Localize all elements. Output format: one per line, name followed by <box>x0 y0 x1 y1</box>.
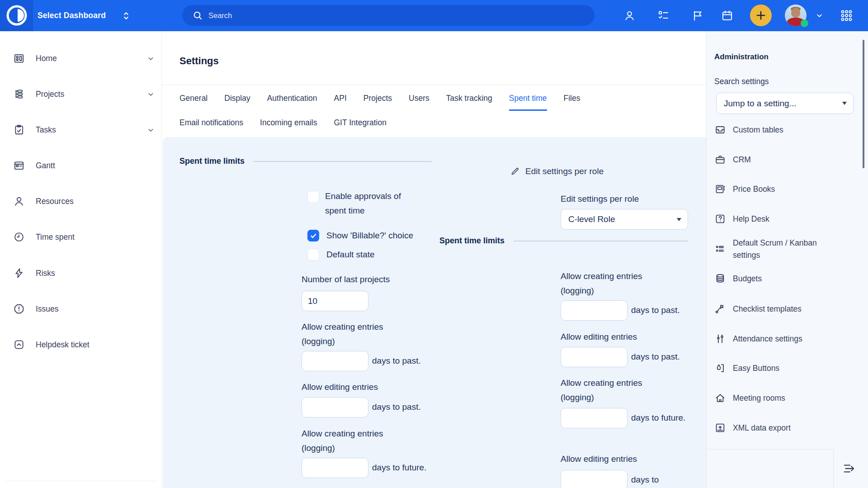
sidebar-item-resources[interactable]: Resources <box>0 190 162 212</box>
chevron-down-icon[interactable] <box>147 90 155 98</box>
jump-to-setting-select[interactable]: Jump to a setting... <box>716 93 854 114</box>
field-row: days to past. <box>561 346 689 367</box>
search-input[interactable] <box>208 11 570 20</box>
admin-item-checklist-templates[interactable]: Checklist templates <box>714 298 863 320</box>
admin-item-xml-data-export[interactable]: XML data export <box>714 417 863 439</box>
dashboard-selector-label: Select Dashboard <box>38 11 106 20</box>
section-rule <box>514 241 689 242</box>
admin-item-label: Attendance settings <box>733 333 802 345</box>
allow-creating-days-future-input[interactable] <box>302 458 368 478</box>
role-select[interactable]: C-level Role <box>561 209 688 230</box>
field-suffix: days to future. <box>631 413 685 422</box>
sidebar-item-helpdesk-ticket[interactable]: Helpdesk ticket <box>0 334 162 355</box>
tab-git-integration[interactable]: GIT Integration <box>334 118 387 134</box>
tab-incoming-emails[interactable]: Incoming emails <box>260 118 317 134</box>
field-row: days to <box>561 469 689 488</box>
admin-footer-divider <box>706 449 833 450</box>
field-label-allow-creating-entries: Allow creating entries (logging) <box>302 320 397 348</box>
admin-item-crm[interactable]: CRM <box>714 149 863 171</box>
create-new-button[interactable] <box>750 5 772 26</box>
section-heading-spent-time-limits: Spent time limits <box>179 156 432 166</box>
checkbox-default-state[interactable] <box>307 249 319 261</box>
number-of-last-projects-input[interactable] <box>302 291 368 311</box>
settings-tabs-row-2: Email notifications Incoming emails GIT … <box>179 118 387 134</box>
sidebar-item-gantt[interactable]: Gantt <box>0 155 162 176</box>
allow-creating-days-past-input[interactable] <box>302 351 368 371</box>
pencil-icon <box>510 166 520 176</box>
sidebar-item-tasks[interactable]: Tasks <box>0 119 162 141</box>
chevron-down-icon[interactable] <box>147 55 155 62</box>
field-label-allow-editing-entries: Allow editing entries <box>302 380 378 394</box>
admin-item-help-desk[interactable]: Help Desk <box>714 208 863 230</box>
caret-down-icon <box>842 102 847 105</box>
caret-down-icon <box>677 218 681 221</box>
checkbox-enable-approvals[interactable] <box>307 191 319 203</box>
tab-email-notifications[interactable]: Email notifications <box>179 118 243 134</box>
export-box-icon <box>714 422 726 434</box>
role-field-label-allow-creating-future: Allow creating entries (logging) <box>561 376 656 404</box>
box-chevron-up-icon <box>13 339 25 351</box>
sidebar-item-projects[interactable]: Projects <box>0 83 162 105</box>
edit-settings-per-role-link[interactable]: Edit settings per role <box>510 166 604 176</box>
sidebar-item-label: Projects <box>36 90 64 99</box>
dashboard-selector[interactable]: Select Dashboard <box>38 0 132 31</box>
admin-item-label: Easy Buttons <box>733 362 779 374</box>
plus-icon <box>755 9 767 22</box>
profile-menu-button[interactable] <box>814 0 825 31</box>
user-profile-button[interactable] <box>623 0 636 31</box>
global-search[interactable] <box>182 5 594 26</box>
checkbox-show-billable[interactable] <box>307 230 319 242</box>
admin-item-attendance-settings[interactable]: Attendance settings <box>714 328 863 350</box>
drop-bracket-icon <box>714 362 726 374</box>
sidebar-item-issues[interactable]: Issues <box>0 298 162 320</box>
apps-grid-button[interactable] <box>840 0 853 31</box>
admin-item-easy-buttons[interactable]: Easy Buttons <box>714 357 863 379</box>
admin-item-price-books[interactable]: Price Books <box>714 178 863 200</box>
admin-item-label: Price Books <box>733 183 775 195</box>
flag-path-icon <box>714 303 726 315</box>
app-logo-icon <box>5 4 28 28</box>
tab-authentication[interactable]: Authentication <box>267 94 317 111</box>
tasks-list-button[interactable] <box>657 0 670 31</box>
admin-item-custom-tables[interactable]: Custom tables <box>714 119 863 141</box>
admin-panel-expand-button[interactable] <box>841 461 856 476</box>
sidebar-item-home[interactable]: Home <box>0 47 162 69</box>
admin-item-budgets[interactable]: Budgets <box>714 268 863 289</box>
header-divider <box>162 85 706 85</box>
drawer-icon <box>714 124 726 136</box>
tab-api[interactable]: API <box>334 94 347 111</box>
person-icon <box>13 195 25 207</box>
sidebar-item-label: Gantt <box>36 161 55 171</box>
tab-task-tracking[interactable]: Task tracking <box>446 94 492 111</box>
flag-button[interactable] <box>692 0 704 31</box>
tab-spent-time[interactable]: Spent time <box>509 94 547 111</box>
allow-editing-days-past-input[interactable] <box>302 397 368 417</box>
dashboard-icon <box>13 52 25 64</box>
checkbox-label-show-billable: Show 'Billable?' choice <box>326 230 413 242</box>
chevron-down-icon[interactable] <box>147 126 155 134</box>
page-title: Settings <box>179 55 219 67</box>
tab-files[interactable]: Files <box>564 94 580 111</box>
admin-item-scrum-kanban[interactable]: Default Scrum / Kanban settings <box>714 237 863 261</box>
calendar-button[interactable] <box>721 0 733 31</box>
tab-general[interactable]: General <box>179 94 208 111</box>
role-allow-editing-days-past-input[interactable] <box>561 347 627 367</box>
tab-display[interactable]: Display <box>224 94 250 111</box>
tab-users[interactable]: Users <box>409 94 429 111</box>
role-allow-creating-days-past-input[interactable] <box>561 300 627 321</box>
scrollbar-thumb[interactable] <box>863 40 864 168</box>
role-allow-creating-days-future-input[interactable] <box>561 408 627 428</box>
jump-to-setting-value: Jump to a setting... <box>724 99 797 109</box>
sidebar-item-time-spent[interactable]: Time spent <box>0 226 162 248</box>
question-square-icon <box>714 213 726 225</box>
admin-item-label: Budgets <box>733 273 762 285</box>
search-settings-label: Search settings <box>714 77 769 86</box>
admin-item-meeting-rooms[interactable]: Meeting rooms <box>714 387 863 409</box>
field-label-number-of-last-projects: Number of last projects <box>302 272 390 287</box>
field-suffix: days to future. <box>372 463 426 472</box>
sidebar-item-risks[interactable]: Risks <box>0 262 162 284</box>
role-allow-editing-days-future-input[interactable] <box>561 470 627 488</box>
sidebar-divider <box>5 481 157 481</box>
tab-projects[interactable]: Projects <box>363 94 392 111</box>
app-logo-zone[interactable] <box>0 0 33 31</box>
